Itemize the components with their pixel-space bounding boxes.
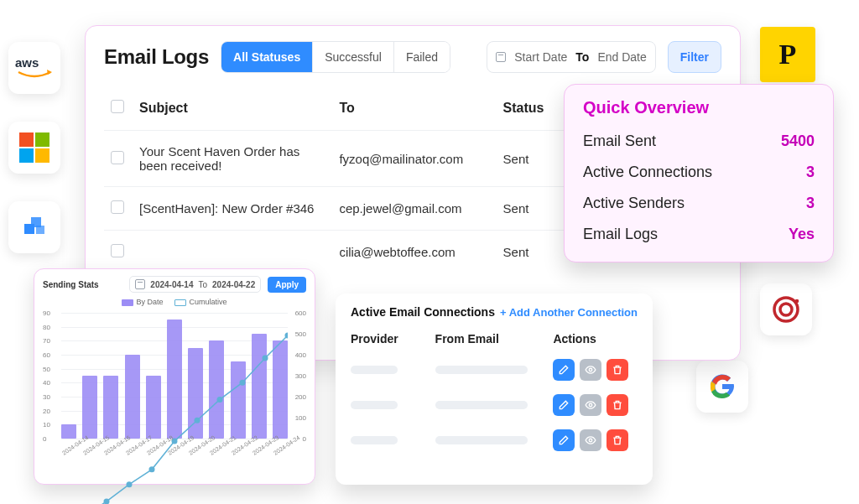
provider-placeholder — [351, 436, 398, 444]
view-button[interactable] — [580, 359, 601, 381]
overview-title: Quick Overview — [583, 98, 815, 117]
overview-label: Email Logs — [583, 226, 658, 243]
col-to[interactable]: To — [332, 91, 496, 131]
cell-status: Sent — [497, 231, 561, 274]
svg-point-9 — [780, 304, 792, 315]
svg-point-18 — [216, 397, 222, 403]
mailgun-logo — [760, 283, 812, 335]
col-from-email: From Email — [435, 332, 554, 346]
svg-point-15 — [148, 466, 154, 472]
cell-subject: [ScentHaven]: New Order #346 — [133, 187, 332, 231]
overview-value: Yes — [789, 226, 815, 243]
provider-placeholder — [351, 366, 398, 374]
svg-rect-2 — [35, 132, 49, 147]
svg-point-8 — [774, 298, 798, 321]
aws-logo: aws — [8, 42, 60, 94]
connection-row — [351, 394, 638, 416]
col-subject[interactable]: Subject — [133, 91, 332, 131]
calendar-icon — [496, 52, 506, 62]
row-checkbox[interactable] — [111, 244, 124, 257]
cell-to: cep.jewel@gmail.com — [332, 187, 496, 231]
svg-point-23 — [590, 403, 593, 407]
view-button[interactable] — [580, 394, 601, 416]
filter-all-statuses[interactable]: All Statuses — [221, 42, 313, 72]
edit-button[interactable] — [553, 429, 575, 451]
edit-button[interactable] — [553, 359, 575, 381]
cell-subject: Your Scent Haven Order has been received… — [133, 131, 332, 187]
chart-date-range[interactable]: 2024-04-14 To 2024-04-22 — [129, 276, 261, 293]
svg-rect-7 — [36, 226, 44, 234]
overview-row: Email Logs Yes — [583, 219, 815, 250]
date-to-label: To — [575, 50, 589, 64]
date-range-picker[interactable]: Start Date To End Date — [487, 41, 655, 73]
svg-point-14 — [126, 481, 132, 487]
overview-value: 3 — [806, 195, 815, 212]
edit-button[interactable] — [553, 394, 575, 416]
filter-button[interactable]: Filter — [668, 41, 721, 73]
overview-value: 5400 — [781, 132, 815, 150]
page-title: Email Logs — [104, 45, 209, 69]
sending-stats-chart: Sending Stats 2024-04-14 To 2024-04-22 A… — [34, 268, 315, 485]
chart-plot-area: 0102030405060708090 0100200300400500600 … — [43, 309, 306, 457]
col-provider: Provider — [351, 332, 435, 346]
chart-legend: By Date Cumulative — [43, 298, 306, 306]
connections-title: Active Email Connections — [351, 305, 495, 319]
chart-apply-button[interactable]: Apply — [268, 277, 306, 293]
overview-label: Active Connections — [583, 164, 712, 181]
svg-point-20 — [262, 355, 268, 361]
svg-rect-4 — [35, 148, 49, 163]
svg-point-19 — [239, 380, 245, 386]
from-email-placeholder — [435, 436, 528, 444]
svg-point-24 — [590, 439, 593, 442]
delete-button[interactable] — [607, 359, 628, 381]
svg-point-17 — [194, 418, 200, 423]
add-connection-button[interactable]: + Add Another Connection — [500, 306, 638, 319]
p-logo: P — [760, 27, 815, 82]
cell-status: Sent — [497, 131, 561, 187]
from-email-placeholder — [435, 366, 528, 374]
microsoft-logo — [8, 122, 60, 174]
status-filter-segment: All Statuses Successful Failed — [221, 41, 450, 73]
chart-title: Sending Stats — [43, 280, 99, 289]
cell-status: Sent — [497, 187, 561, 231]
cell-to: cilia@webtoffee.com — [332, 231, 496, 274]
provider-placeholder — [351, 401, 398, 409]
connection-row — [351, 359, 638, 381]
connection-row — [351, 429, 638, 451]
overview-label: Active Senders — [583, 195, 685, 212]
svg-text:aws: aws — [15, 55, 39, 70]
quick-overview-card: Quick Overview Email Sent 5400 Active Co… — [564, 84, 834, 262]
delete-button[interactable] — [607, 429, 628, 451]
overview-row: Email Sent 5400 — [583, 126, 815, 157]
col-status[interactable]: Status — [497, 91, 561, 131]
calendar-icon — [135, 279, 145, 289]
svg-rect-3 — [19, 148, 34, 163]
svg-rect-1 — [19, 132, 34, 147]
row-checkbox[interactable] — [111, 151, 124, 164]
cell-subject — [133, 231, 332, 274]
cell-to: fyzoq@mailinator.com — [332, 131, 496, 187]
overview-value: 3 — [806, 164, 815, 181]
filter-successful[interactable]: Successful — [313, 42, 394, 72]
filter-failed[interactable]: Failed — [394, 42, 450, 72]
start-date-placeholder: Start Date — [514, 50, 567, 64]
azure-logo — [8, 201, 60, 253]
active-connections-card: Active Email Connections + Add Another C… — [336, 294, 653, 485]
select-all-checkbox[interactable] — [111, 100, 124, 113]
delete-button[interactable] — [607, 394, 628, 416]
svg-point-10 — [795, 299, 799, 304]
view-button[interactable] — [580, 429, 601, 451]
overview-label: Email Sent — [583, 132, 656, 150]
overview-row: Active Senders 3 — [583, 188, 815, 219]
from-email-placeholder — [435, 401, 528, 409]
overview-row: Active Connections 3 — [583, 157, 815, 188]
row-checkbox[interactable] — [111, 200, 124, 214]
google-logo — [696, 361, 748, 413]
col-actions: Actions — [553, 332, 638, 346]
svg-point-22 — [590, 368, 593, 372]
end-date-placeholder: End Date — [597, 50, 646, 64]
